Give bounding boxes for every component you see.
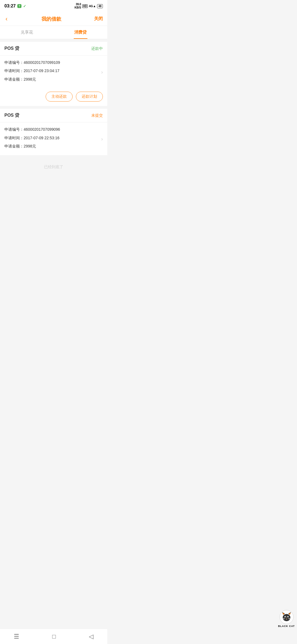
bottom-text: 已经到底了 — [0, 158, 107, 176]
signal-icon: 4G▲ — [89, 4, 96, 8]
loan-type-2: POS 贷 — [4, 113, 19, 118]
status-time: 03:27 — [4, 4, 16, 9]
loan-status-2: 未提交 — [91, 113, 103, 118]
loan-header-1: POS 贷 还款中 — [0, 42, 107, 56]
tab-duixianghua[interactable]: 兑享花 — [0, 26, 54, 39]
tab-xiaofeicai[interactable]: 消费贷 — [54, 26, 107, 39]
loan-card-1: POS 贷 还款中 申请编号：46000201707099109 申请时间：20… — [0, 42, 107, 106]
application-time-1: 申请时间：2017-07-09 23:04:17 — [4, 68, 103, 74]
loan-header-2: POS 贷 未提交 — [0, 109, 107, 122]
check-icon: ✓ — [23, 4, 26, 8]
application-no-1: 申请编号：46000201707099109 — [4, 59, 103, 66]
spacer — [0, 176, 107, 198]
speed-info: 39.0KB/S — [75, 3, 81, 9]
application-time-2: 申请时间：2017-07-09 22:53:16 — [4, 135, 103, 141]
chevron-right-icon-1: › — [101, 69, 103, 75]
repay-plan-button[interactable]: 还款计划 — [76, 92, 103, 102]
header: ‹ 我的借款 关闭 — [0, 12, 107, 26]
loan-card-2: POS 贷 未提交 申请编号：46000201707099096 申请时间：20… — [0, 109, 107, 155]
status-icons: 39.0KB/S HD 4G▲ 48 — [75, 3, 103, 9]
page-title: 我的借款 — [42, 16, 61, 22]
loan-details-2[interactable]: 申请编号：46000201707099096 申请时间：2017-07-09 2… — [0, 122, 107, 155]
application-no-2: 申请编号：46000201707099096 — [4, 126, 103, 132]
tab-bar: 兑享花 消费贷 — [0, 26, 107, 39]
hd-badge: HD — [82, 4, 88, 8]
status-left: 03:27 ? ✓ — [4, 4, 26, 9]
active-repay-button[interactable]: 主动还款 — [46, 92, 73, 102]
question-badge: ? — [17, 4, 21, 8]
chevron-right-icon-2: › — [101, 136, 103, 142]
battery-badge: 48 — [97, 4, 103, 8]
loan-status-1: 还款中 — [91, 46, 103, 51]
close-button[interactable]: 关闭 — [94, 16, 103, 22]
status-bar: 03:27 ? ✓ 39.0KB/S HD 4G▲ 48 — [0, 0, 107, 12]
loan-details-1[interactable]: 申请编号：46000201707099109 申请时间：2017-07-09 2… — [0, 56, 107, 88]
loan-actions-1: 主动还款 还款计划 — [0, 88, 107, 106]
application-amount-2: 申请金额：2998元 — [4, 143, 103, 149]
loan-type-1: POS 贷 — [4, 46, 19, 51]
application-amount-1: 申请金额：2998元 — [4, 76, 103, 82]
back-button[interactable]: ‹ — [4, 14, 9, 24]
